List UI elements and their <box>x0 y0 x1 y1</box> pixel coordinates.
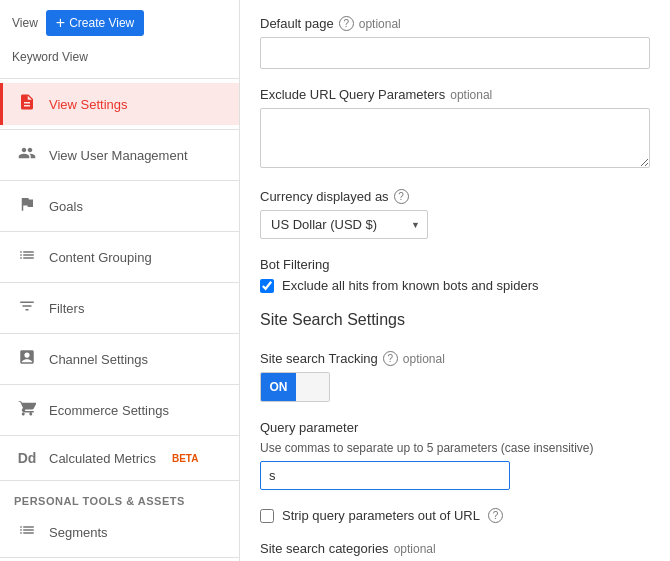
sidebar-item-ecommerce-settings[interactable]: Ecommerce Settings <box>0 389 239 431</box>
exclude-url-group: Exclude URL Query Parameters optional <box>260 87 650 171</box>
site-search-tracking-label: Site search Tracking ? optional <box>260 351 650 366</box>
strip-query-checkbox[interactable] <box>260 509 274 523</box>
divider-top <box>0 78 239 79</box>
sidebar-item-filters[interactable]: Filters <box>0 287 239 329</box>
personal-section-label: PERSONAL TOOLS & ASSETS <box>0 485 239 511</box>
query-param-label: Query parameter <box>260 420 650 435</box>
bot-filtering-checkbox[interactable] <box>260 279 274 293</box>
flag-icon <box>17 195 37 217</box>
sidebar-item-view-user-management[interactable]: View User Management <box>0 134 239 176</box>
bot-filtering-label: Bot Filtering <box>260 257 650 272</box>
people-icon <box>17 144 37 166</box>
query-param-input[interactable] <box>260 461 510 490</box>
divider-4 <box>0 282 239 283</box>
sidebar-item-label: View User Management <box>49 148 188 163</box>
divider-6 <box>0 384 239 385</box>
default-page-input[interactable] <box>260 37 650 69</box>
sidebar-item-label: Segments <box>49 525 108 540</box>
divider-8 <box>0 480 239 481</box>
content-grouping-icon <box>17 246 37 268</box>
currency-label: Currency displayed as ? <box>260 189 650 204</box>
exclude-url-input[interactable] <box>260 108 650 168</box>
ecommerce-icon <box>17 399 37 421</box>
strip-query-row: Strip query parameters out of URL ? <box>260 508 650 523</box>
sidebar-item-label: Goals <box>49 199 83 214</box>
currency-group: Currency displayed as ? US Dollar (USD $… <box>260 189 650 239</box>
sidebar-item-calculated-metrics[interactable]: Dd Calculated Metrics BETA <box>0 440 239 476</box>
site-search-toggle[interactable]: ON <box>260 372 330 402</box>
divider-7 <box>0 435 239 436</box>
default-page-group: Default page ? optional <box>260 16 650 69</box>
create-view-label: Create View <box>69 16 134 30</box>
sidebar-item-label: Ecommerce Settings <box>49 403 169 418</box>
keyword-view-label: Keyword View <box>0 46 239 74</box>
currency-select-wrap: US Dollar (USD $) Euro (EUR €) British P… <box>260 210 428 239</box>
sidebar-item-label: Content Grouping <box>49 250 152 265</box>
site-search-tracking-group: Site search Tracking ? optional ON <box>260 351 650 402</box>
exclude-url-label: Exclude URL Query Parameters optional <box>260 87 650 102</box>
sidebar-item-label: Calculated Metrics <box>49 451 156 466</box>
calculated-icon: Dd <box>17 450 37 466</box>
default-page-help-icon[interactable]: ? <box>339 16 354 31</box>
sidebar-item-segments[interactable]: Segments <box>0 511 239 553</box>
sidebar-item-view-settings[interactable]: View Settings <box>0 83 239 125</box>
sidebar-header: View + Create View <box>0 0 239 46</box>
strip-query-label: Strip query parameters out of URL <box>282 508 480 523</box>
divider-2 <box>0 180 239 181</box>
query-param-group: Query parameter Use commas to separate u… <box>260 420 650 490</box>
default-page-label: Default page ? optional <box>260 16 650 31</box>
view-label: View <box>12 16 38 30</box>
strip-query-group: Strip query parameters out of URL ? <box>260 508 650 523</box>
query-param-hint: Use commas to separate up to 5 parameter… <box>260 441 650 455</box>
site-search-categories-label: Site search categories optional <box>260 541 650 556</box>
toggle-on-button[interactable]: ON <box>261 373 296 401</box>
main-content: Default page ? optional Exclude URL Quer… <box>240 0 670 561</box>
currency-help-icon[interactable]: ? <box>394 189 409 204</box>
currency-select[interactable]: US Dollar (USD $) Euro (EUR €) British P… <box>260 210 428 239</box>
create-view-button[interactable]: + Create View <box>46 10 145 36</box>
strip-query-help-icon[interactable]: ? <box>488 508 503 523</box>
bot-filtering-group: Bot Filtering Exclude all hits from know… <box>260 257 650 293</box>
filter-icon <box>17 297 37 319</box>
segments-icon <box>17 521 37 543</box>
plus-icon: + <box>56 15 65 31</box>
document-icon <box>17 93 37 115</box>
sidebar-item-content-grouping[interactable]: Content Grouping <box>0 236 239 278</box>
site-search-categories-group: Site search categories optional OFF <box>260 541 650 561</box>
sidebar-item-label: Channel Settings <box>49 352 148 367</box>
bot-filtering-text: Exclude all hits from known bots and spi… <box>282 278 539 293</box>
divider-9 <box>0 557 239 558</box>
sidebar-item-label: Filters <box>49 301 84 316</box>
channel-icon <box>17 348 37 370</box>
beta-badge: BETA <box>172 453 198 464</box>
toggle-off-button[interactable] <box>296 373 329 401</box>
site-search-tracking-help-icon[interactable]: ? <box>383 351 398 366</box>
sidebar: View + Create View Keyword View View Set… <box>0 0 240 561</box>
sidebar-item-label: View Settings <box>49 97 128 112</box>
sidebar-item-channel-settings[interactable]: Channel Settings <box>0 338 239 380</box>
divider-5 <box>0 333 239 334</box>
divider-1 <box>0 129 239 130</box>
bot-filtering-row: Exclude all hits from known bots and spi… <box>260 278 650 293</box>
sidebar-item-goals[interactable]: Goals <box>0 185 239 227</box>
divider-3 <box>0 231 239 232</box>
site-search-section-title: Site Search Settings <box>260 311 650 337</box>
